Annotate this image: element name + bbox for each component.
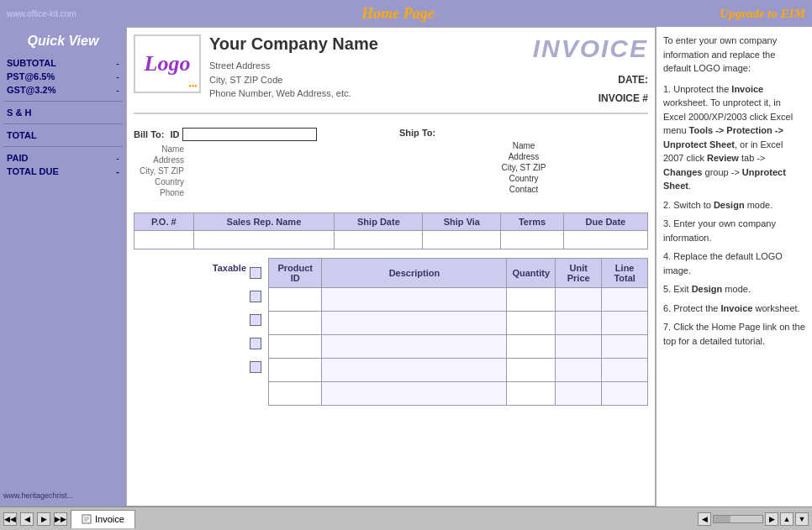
product-row-3 [269, 335, 648, 359]
products-header-id: Product ID [269, 259, 322, 288]
taxable-checkbox-5[interactable] [250, 361, 261, 373]
bill-phone-label: Phone [134, 188, 184, 197]
paid-label: PAID [7, 153, 28, 163]
product-row-5 [269, 382, 648, 406]
upgrade-link[interactable]: Upgrade to EIM [720, 7, 805, 21]
scroll-up-btn[interactable]: ▲ [780, 512, 794, 526]
ship-contact-row: Contact [399, 185, 648, 194]
tab-nav-first[interactable]: ◀◀ [3, 512, 17, 526]
prod-qty-3[interactable] [507, 335, 556, 359]
subtotal-label: SUBTOTAL [7, 58, 56, 68]
step-6: 6. Protect the Invoice worksheet. [663, 302, 805, 316]
right-panel: To enter your own company information an… [656, 27, 812, 506]
prod-qty-5[interactable] [507, 382, 556, 406]
tab-bar: ◀◀ ◀ ▶ ▶▶ Invoice ◀ ▶ ▲ ▼ [0, 506, 812, 530]
invoice-tab[interactable]: Invoice [71, 510, 135, 528]
bill-address-label: Address [134, 155, 184, 165]
products-table: Product ID Description Quantity Unit Pri… [268, 258, 648, 406]
prod-total-1[interactable] [602, 288, 648, 312]
scroll-right-btn[interactable]: ▶ [765, 512, 778, 526]
prod-qty-1[interactable] [507, 288, 556, 312]
prod-id-1[interactable] [269, 288, 322, 312]
prod-desc-2[interactable] [322, 312, 507, 335]
bill-address-row: Address [134, 155, 382, 165]
sidebar-row-sh: S & H [3, 107, 123, 118]
scroll-left-btn[interactable]: ◀ [698, 512, 711, 526]
prod-price-2[interactable] [556, 312, 602, 335]
bill-city-label: City, ST ZIP [134, 166, 184, 176]
prod-qty-2[interactable] [507, 312, 556, 335]
prod-desc-3[interactable] [322, 335, 507, 359]
invoice-meta: DATE: INVOICE # [533, 71, 648, 108]
tab-nav-last[interactable]: ▶▶ [54, 512, 67, 526]
bill-ship-section: Bill To: ID Name Address City, ST ZIP C [134, 123, 648, 204]
taxable-checkbox-4[interactable] [250, 338, 261, 349]
prod-desc-1[interactable] [322, 288, 507, 312]
prod-id-4[interactable] [269, 359, 322, 382]
scroll-down-btn[interactable]: ▼ [795, 512, 809, 526]
ship-to-title: Ship To: [399, 128, 648, 138]
products-header-desc: Description [322, 259, 507, 288]
paid-value: - [116, 153, 119, 163]
step-4: 4. Replace the default LOGO image. [663, 249, 805, 277]
taxable-checkbox-3[interactable] [250, 314, 261, 326]
prod-price-5[interactable] [556, 382, 602, 406]
address-line3: Phone Number, Web Address, etc. [209, 87, 378, 101]
po-header-ship-date: Ship Date [335, 213, 423, 231]
subtotal-value: - [116, 58, 119, 68]
step-1: 1. Unprotect the Invoice worksheet. To u… [663, 82, 805, 193]
po-cell-ship-via[interactable] [423, 231, 501, 249]
invoice-title-block: INVOICE DATE: INVOICE # [533, 34, 648, 108]
right-panel-intro: To enter your own company information an… [663, 34, 805, 76]
po-cell-po[interactable] [134, 231, 194, 249]
total-due-value: - [116, 166, 119, 176]
prod-price-3[interactable] [556, 335, 602, 359]
prod-id-2[interactable] [269, 312, 322, 335]
prod-total-2[interactable] [602, 312, 648, 335]
tab-nav-next[interactable]: ▶ [37, 512, 50, 526]
sidebar-row-total-due: TOTAL DUE - [3, 165, 123, 177]
po-cell-ship-date[interactable] [335, 231, 423, 249]
sidebar-bottom-text: www.heritagechrist... [3, 475, 123, 500]
prod-desc-5[interactable] [322, 382, 507, 406]
logo-box: Logo ●●● [134, 34, 201, 93]
main-layout: Quick View SUBTOTAL - PST@6.5% - GST@3.2… [0, 27, 812, 506]
prod-qty-4[interactable] [507, 359, 556, 382]
logo-sub: ●●● [188, 83, 198, 88]
product-row-2 [269, 312, 648, 335]
bill-to-id-input[interactable] [182, 128, 317, 141]
prod-price-4[interactable] [556, 359, 602, 382]
prod-desc-4[interactable] [322, 359, 507, 382]
invoice-wrap: Logo ●●● Your Company Name Street Addres… [127, 28, 655, 412]
home-page-title[interactable]: Home Page [361, 5, 434, 23]
date-label: DATE: [533, 71, 648, 90]
po-header-terms: Terms [501, 213, 564, 231]
content-area: Logo ●●● Your Company Name Street Addres… [126, 27, 656, 506]
prod-id-5[interactable] [269, 382, 322, 406]
po-cell-sales[interactable] [193, 231, 335, 249]
prod-id-3[interactable] [269, 335, 322, 359]
po-cell-due-date[interactable] [563, 231, 647, 249]
po-header-sales: Sales Rep. Name [193, 213, 335, 231]
scroll-thumb [714, 516, 730, 522]
bill-to-section: Bill To: ID Name Address City, ST ZIP C [134, 128, 382, 199]
sidebar-row-subtotal: SUBTOTAL - [3, 57, 123, 69]
po-table: P.O. # Sales Rep. Name Ship Date Ship Vi… [134, 213, 648, 249]
taxable-checkbox-2[interactable] [250, 291, 261, 302]
prod-price-1[interactable] [556, 288, 602, 312]
ship-country-row: Country [399, 174, 648, 183]
website-link[interactable]: www.office-kit.com [7, 9, 76, 18]
prod-total-5[interactable] [602, 382, 648, 406]
po-header-due-date: Due Date [563, 213, 647, 231]
bill-country-row: Country [134, 177, 382, 186]
prod-total-3[interactable] [602, 335, 648, 359]
po-cell-terms[interactable] [501, 231, 564, 249]
bill-phone-row: Phone [134, 188, 382, 197]
step-2: 2. Switch to Design mode. [663, 198, 805, 213]
step-7: 7. Click the Home Page link on the top f… [663, 320, 805, 348]
tab-nav-prev[interactable]: ◀ [20, 512, 34, 526]
prod-total-4[interactable] [602, 359, 648, 382]
taxable-checkbox-1[interactable] [250, 267, 261, 279]
scroll-track[interactable] [713, 515, 763, 523]
taxable-checkboxes [246, 261, 265, 379]
